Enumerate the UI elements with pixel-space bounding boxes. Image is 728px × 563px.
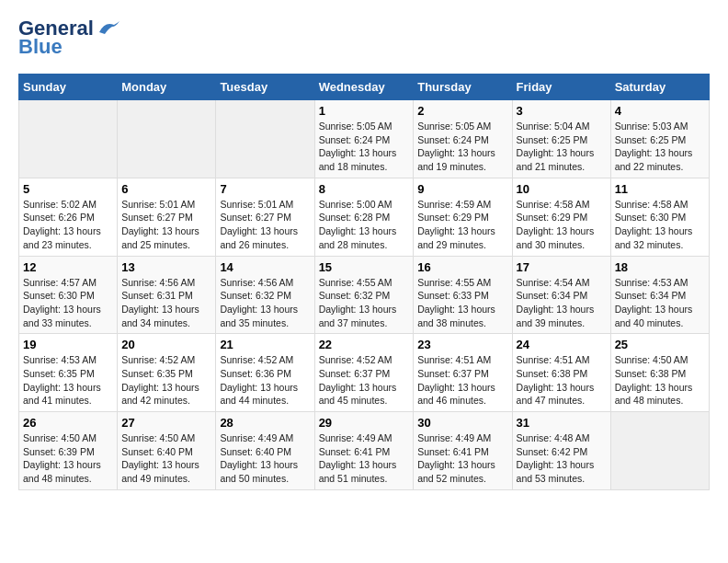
- day-number: 25: [615, 338, 705, 351]
- day-info: Sunrise: 4:49 AM Sunset: 6:41 PM Dayligh…: [417, 431, 507, 486]
- day-info: Sunrise: 4:49 AM Sunset: 6:41 PM Dayligh…: [319, 431, 410, 486]
- day-cell: 31Sunrise: 4:48 AM Sunset: 6:42 PM Dayli…: [512, 412, 610, 490]
- day-info: Sunrise: 5:05 AM Sunset: 6:24 PM Dayligh…: [417, 120, 507, 174]
- day-number: 15: [319, 260, 410, 274]
- day-number: 19: [23, 338, 113, 351]
- day-number: 28: [220, 416, 310, 430]
- header-thursday: Thursday: [414, 75, 512, 100]
- day-info: Sunrise: 4:58 AM Sunset: 6:29 PM Dayligh…: [517, 198, 607, 252]
- header-sunday: Sunday: [19, 75, 118, 100]
- day-cell: 1Sunrise: 5:05 AM Sunset: 6:24 PM Daylig…: [314, 100, 414, 178]
- day-info: Sunrise: 4:55 AM Sunset: 6:32 PM Dayligh…: [319, 276, 410, 330]
- day-number: 1: [319, 104, 410, 118]
- day-number: 23: [417, 338, 507, 351]
- day-cell: 19Sunrise: 4:53 AM Sunset: 6:35 PM Dayli…: [19, 334, 118, 412]
- calendar-table: SundayMondayTuesdayWednesdayThursdayFrid…: [18, 74, 710, 490]
- day-number: 24: [517, 338, 607, 351]
- day-number: 18: [615, 260, 705, 274]
- page-header: General Blue: [18, 18, 710, 59]
- day-info: Sunrise: 5:04 AM Sunset: 6:25 PM Dayligh…: [517, 120, 607, 174]
- header-saturday: Saturday: [610, 75, 709, 100]
- day-number: 2: [417, 104, 507, 118]
- day-cell: 17Sunrise: 4:54 AM Sunset: 6:34 PM Dayli…: [512, 256, 610, 334]
- day-info: Sunrise: 4:57 AM Sunset: 6:30 PM Dayligh…: [23, 276, 113, 330]
- day-info: Sunrise: 4:56 AM Sunset: 6:32 PM Dayligh…: [220, 276, 310, 330]
- logo-blue: Blue: [18, 35, 63, 59]
- day-cell: 18Sunrise: 4:53 AM Sunset: 6:34 PM Dayli…: [610, 256, 709, 334]
- day-cell: 21Sunrise: 4:52 AM Sunset: 6:36 PM Dayli…: [216, 334, 314, 412]
- day-info: Sunrise: 4:50 AM Sunset: 6:39 PM Dayligh…: [23, 431, 113, 486]
- day-cell: 23Sunrise: 4:51 AM Sunset: 6:37 PM Dayli…: [414, 334, 512, 412]
- day-info: Sunrise: 4:52 AM Sunset: 6:37 PM Dayligh…: [319, 353, 410, 408]
- day-cell: 10Sunrise: 4:58 AM Sunset: 6:29 PM Dayli…: [512, 178, 610, 256]
- day-info: Sunrise: 4:51 AM Sunset: 6:38 PM Dayligh…: [517, 353, 607, 408]
- day-cell: 15Sunrise: 4:55 AM Sunset: 6:32 PM Dayli…: [314, 256, 414, 334]
- day-cell: 20Sunrise: 4:52 AM Sunset: 6:35 PM Dayli…: [118, 334, 216, 412]
- day-info: Sunrise: 4:56 AM Sunset: 6:31 PM Dayligh…: [121, 276, 211, 330]
- day-cell: 24Sunrise: 4:51 AM Sunset: 6:38 PM Dayli…: [512, 334, 610, 412]
- day-cell: 25Sunrise: 4:50 AM Sunset: 6:38 PM Dayli…: [610, 334, 709, 412]
- day-cell: 14Sunrise: 4:56 AM Sunset: 6:32 PM Dayli…: [216, 256, 314, 334]
- day-cell: 11Sunrise: 4:58 AM Sunset: 6:30 PM Dayli…: [610, 178, 709, 256]
- day-cell: 29Sunrise: 4:49 AM Sunset: 6:41 PM Dayli…: [314, 412, 414, 490]
- day-number: 26: [23, 416, 113, 430]
- week-row-3: 12Sunrise: 4:57 AM Sunset: 6:30 PM Dayli…: [19, 256, 710, 334]
- day-info: Sunrise: 4:50 AM Sunset: 6:40 PM Dayligh…: [121, 431, 211, 486]
- week-row-1: 1Sunrise: 5:05 AM Sunset: 6:24 PM Daylig…: [19, 100, 710, 178]
- day-cell: 5Sunrise: 5:02 AM Sunset: 6:26 PM Daylig…: [19, 178, 118, 256]
- day-number: 9: [417, 182, 507, 196]
- day-number: 27: [121, 416, 211, 430]
- day-info: Sunrise: 4:55 AM Sunset: 6:33 PM Dayligh…: [417, 276, 507, 330]
- day-number: 3: [517, 104, 607, 118]
- day-cell: 27Sunrise: 4:50 AM Sunset: 6:40 PM Dayli…: [118, 412, 216, 490]
- day-info: Sunrise: 4:58 AM Sunset: 6:30 PM Dayligh…: [615, 198, 705, 252]
- day-number: 22: [319, 338, 410, 351]
- day-cell: 12Sunrise: 4:57 AM Sunset: 6:30 PM Dayli…: [19, 256, 118, 334]
- day-info: Sunrise: 4:50 AM Sunset: 6:38 PM Dayligh…: [615, 353, 705, 408]
- day-number: 7: [220, 182, 310, 196]
- day-cell: 28Sunrise: 4:49 AM Sunset: 6:40 PM Dayli…: [216, 412, 314, 490]
- day-info: Sunrise: 4:48 AM Sunset: 6:42 PM Dayligh…: [517, 431, 607, 486]
- day-info: Sunrise: 4:53 AM Sunset: 6:35 PM Dayligh…: [23, 353, 113, 408]
- day-number: 20: [121, 338, 211, 351]
- day-cell: 16Sunrise: 4:55 AM Sunset: 6:33 PM Dayli…: [414, 256, 512, 334]
- day-cell: [216, 100, 314, 178]
- week-row-4: 19Sunrise: 4:53 AM Sunset: 6:35 PM Dayli…: [19, 334, 710, 412]
- day-number: 11: [615, 182, 705, 196]
- day-cell: 4Sunrise: 5:03 AM Sunset: 6:25 PM Daylig…: [610, 100, 709, 178]
- day-info: Sunrise: 5:02 AM Sunset: 6:26 PM Dayligh…: [23, 198, 113, 252]
- day-number: 31: [517, 416, 607, 430]
- week-row-2: 5Sunrise: 5:02 AM Sunset: 6:26 PM Daylig…: [19, 178, 710, 256]
- day-info: Sunrise: 4:54 AM Sunset: 6:34 PM Dayligh…: [517, 276, 607, 330]
- day-cell: 6Sunrise: 5:01 AM Sunset: 6:27 PM Daylig…: [118, 178, 216, 256]
- day-number: 30: [417, 416, 507, 430]
- day-info: Sunrise: 4:51 AM Sunset: 6:37 PM Dayligh…: [417, 353, 507, 408]
- day-info: Sunrise: 4:53 AM Sunset: 6:34 PM Dayligh…: [615, 276, 705, 330]
- day-number: 21: [220, 338, 310, 351]
- day-cell: [610, 412, 709, 490]
- day-number: 8: [319, 182, 410, 196]
- day-info: Sunrise: 4:52 AM Sunset: 6:36 PM Dayligh…: [220, 353, 310, 408]
- day-cell: 30Sunrise: 4:49 AM Sunset: 6:41 PM Dayli…: [414, 412, 512, 490]
- day-number: 6: [121, 182, 211, 196]
- day-number: 29: [319, 416, 410, 430]
- day-cell: 3Sunrise: 5:04 AM Sunset: 6:25 PM Daylig…: [512, 100, 610, 178]
- header-monday: Monday: [118, 75, 216, 100]
- day-number: 13: [121, 260, 211, 274]
- header-wednesday: Wednesday: [314, 75, 414, 100]
- day-cell: 2Sunrise: 5:05 AM Sunset: 6:24 PM Daylig…: [414, 100, 512, 178]
- day-number: 5: [23, 182, 113, 196]
- day-cell: 8Sunrise: 5:00 AM Sunset: 6:28 PM Daylig…: [314, 178, 414, 256]
- day-cell: [118, 100, 216, 178]
- week-row-5: 26Sunrise: 4:50 AM Sunset: 6:39 PM Dayli…: [19, 412, 710, 490]
- day-cell: 26Sunrise: 4:50 AM Sunset: 6:39 PM Dayli…: [19, 412, 118, 490]
- day-number: 10: [517, 182, 607, 196]
- days-header-row: SundayMondayTuesdayWednesdayThursdayFrid…: [19, 75, 710, 100]
- day-number: 4: [615, 104, 705, 118]
- logo-bird-icon: [96, 19, 121, 38]
- day-info: Sunrise: 4:59 AM Sunset: 6:29 PM Dayligh…: [417, 198, 507, 252]
- day-number: 14: [220, 260, 310, 274]
- header-friday: Friday: [512, 75, 610, 100]
- day-cell: 13Sunrise: 4:56 AM Sunset: 6:31 PM Dayli…: [118, 256, 216, 334]
- day-cell: 7Sunrise: 5:01 AM Sunset: 6:27 PM Daylig…: [216, 178, 314, 256]
